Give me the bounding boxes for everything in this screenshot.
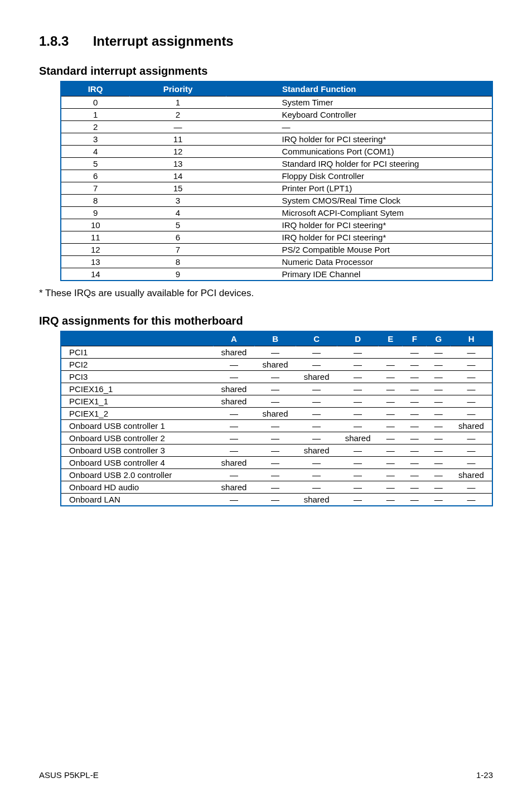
table-cell: 9 bbox=[130, 268, 226, 281]
table-cell: — bbox=[427, 494, 451, 506]
table-cell: — bbox=[255, 371, 296, 383]
table-cell: — bbox=[296, 432, 337, 445]
table-cell: Printer Port (LPT1) bbox=[226, 182, 493, 195]
table-cell: — bbox=[427, 346, 451, 359]
table-row: 94Microsoft ACPI-Compliant Sytem bbox=[61, 207, 492, 219]
table-cell: — bbox=[296, 346, 337, 359]
device-label: PCI2 bbox=[61, 359, 214, 371]
table-cell: shared bbox=[255, 408, 296, 420]
table-cell: — bbox=[403, 346, 427, 359]
table-cell: 3 bbox=[130, 195, 226, 207]
table-cell: — bbox=[214, 494, 255, 506]
device-label: Onboard USB controller 1 bbox=[61, 420, 214, 432]
device-label: Onboard LAN bbox=[61, 494, 214, 506]
table-cell: — bbox=[403, 371, 427, 383]
table-cell: shared bbox=[214, 481, 255, 494]
table-cell: — bbox=[296, 457, 337, 469]
table-cell: 5 bbox=[61, 158, 130, 170]
device-label: Onboard USB controller 4 bbox=[61, 457, 214, 469]
irq-assignments-table: ABCDEFGH PCI1shared——————PCI2—shared————… bbox=[60, 331, 493, 506]
table-cell: — bbox=[337, 494, 379, 506]
table-cell: — bbox=[427, 371, 451, 383]
footer-right: 1-23 bbox=[476, 770, 493, 780]
table-cell: — bbox=[451, 494, 492, 506]
table-cell: shared bbox=[214, 383, 255, 395]
table-cell: — bbox=[255, 346, 296, 359]
table-cell: — bbox=[379, 457, 403, 469]
table-cell: 4 bbox=[61, 146, 130, 158]
table-cell: shared bbox=[214, 346, 255, 359]
device-label: PCI1 bbox=[61, 346, 214, 359]
table-row: 715Printer Port (LPT1) bbox=[61, 182, 492, 195]
table-row: 311IRQ holder for PCI steering* bbox=[61, 133, 492, 146]
col-function: Standard Function bbox=[226, 81, 493, 96]
table-cell: — bbox=[296, 359, 337, 371]
table-cell: — bbox=[451, 346, 492, 359]
table-row: PCIEX1_2—shared—————— bbox=[61, 408, 492, 420]
table-cell: — bbox=[255, 457, 296, 469]
table-row: 138Numeric Data Processor bbox=[61, 256, 492, 268]
table-cell: — bbox=[427, 395, 451, 408]
table-cell: — bbox=[214, 420, 255, 432]
table-cell: 3 bbox=[61, 133, 130, 146]
table-cell: 14 bbox=[61, 268, 130, 281]
standard-interrupts-heading: Standard interrupt assignments bbox=[39, 65, 493, 78]
table-cell: — bbox=[296, 420, 337, 432]
section-number: 1.8.3 bbox=[39, 33, 89, 49]
table-cell: — bbox=[255, 481, 296, 494]
table-cell: 11 bbox=[61, 231, 130, 244]
table-cell: — bbox=[451, 457, 492, 469]
table-cell: — bbox=[379, 359, 403, 371]
table-row: 513Standard IRQ holder for PCI steering bbox=[61, 158, 492, 170]
device-label: PCIEX16_1 bbox=[61, 383, 214, 395]
table-cell: — bbox=[255, 494, 296, 506]
table-cell: — bbox=[214, 469, 255, 481]
table-cell: — bbox=[379, 481, 403, 494]
table-cell: 2 bbox=[61, 121, 130, 133]
table-cell: 14 bbox=[130, 170, 226, 182]
table-cell: — bbox=[130, 121, 226, 133]
table-cell: Communications Port (COM1) bbox=[226, 146, 493, 158]
col-e: E bbox=[379, 331, 403, 346]
table-cell: 10 bbox=[61, 219, 130, 231]
col-priority: Priority bbox=[130, 81, 226, 96]
col-c: C bbox=[296, 331, 337, 346]
col-a: A bbox=[214, 331, 255, 346]
table-cell: 5 bbox=[130, 219, 226, 231]
table-cell: System CMOS/Real Time Clock bbox=[226, 195, 493, 207]
table-cell: 15 bbox=[130, 182, 226, 195]
table-cell: — bbox=[451, 432, 492, 445]
table-row: Onboard USB controller 3——shared————— bbox=[61, 445, 492, 457]
col-h: H bbox=[451, 331, 492, 346]
table-cell: 1 bbox=[61, 109, 130, 121]
table-cell: shared bbox=[214, 457, 255, 469]
table-cell: — bbox=[403, 420, 427, 432]
page-footer: ASUS P5KPL-E 1-23 bbox=[39, 770, 493, 780]
table-cell: IRQ holder for PCI steering* bbox=[226, 133, 493, 146]
table-cell: 12 bbox=[130, 146, 226, 158]
table-cell: shared bbox=[451, 469, 492, 481]
col-b: B bbox=[255, 331, 296, 346]
table-cell: — bbox=[427, 457, 451, 469]
col-f: F bbox=[403, 331, 427, 346]
table-cell: 4 bbox=[130, 207, 226, 219]
table-cell: 12 bbox=[61, 244, 130, 256]
table-cell: 7 bbox=[61, 182, 130, 195]
table-row: PCI1shared—————— bbox=[61, 346, 492, 359]
table-cell: — bbox=[255, 432, 296, 445]
table-cell: shared bbox=[337, 432, 379, 445]
table-cell: — bbox=[451, 383, 492, 395]
table-row: Onboard USB 2.0 controller———————shared bbox=[61, 469, 492, 481]
table-cell: 9 bbox=[61, 207, 130, 219]
table-cell: — bbox=[255, 469, 296, 481]
table-cell: — bbox=[379, 395, 403, 408]
table-cell: — bbox=[337, 395, 379, 408]
table-row: PCI3——shared————— bbox=[61, 371, 492, 383]
table-cell: — bbox=[379, 408, 403, 420]
device-label: Onboard USB 2.0 controller bbox=[61, 469, 214, 481]
table-cell: — bbox=[427, 445, 451, 457]
table-cell: — bbox=[337, 457, 379, 469]
table-row: 614Floppy Disk Controller bbox=[61, 170, 492, 182]
table-cell: — bbox=[403, 445, 427, 457]
table-cell: — bbox=[451, 371, 492, 383]
